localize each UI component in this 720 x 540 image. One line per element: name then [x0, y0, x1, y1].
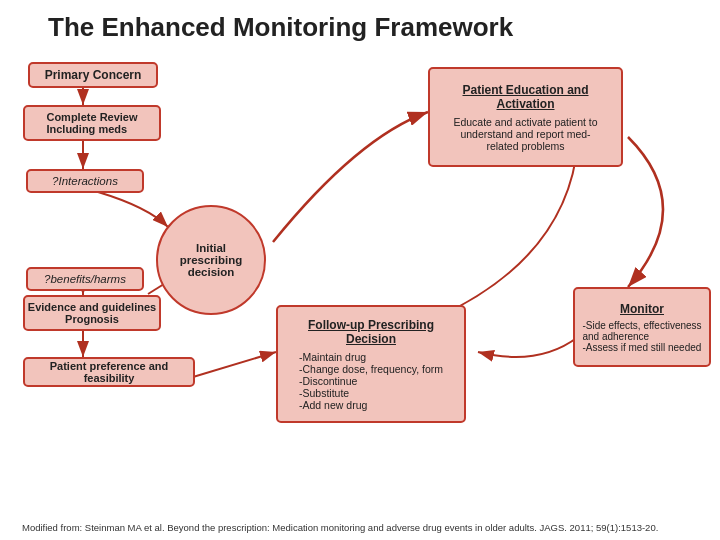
followup-body: -Maintain drug -Change dose, frequency, … [299, 351, 443, 411]
patient-pref-box: Patient preference and feasibility [23, 357, 195, 387]
complete-review-box: Complete Review Including meds [23, 105, 161, 141]
primary-concern-box: Primary Concern [28, 62, 158, 88]
patient-ed-body: Educate and activate patient to understa… [453, 116, 597, 152]
followup-box: Follow-up Prescribing Decision -Maintain… [276, 305, 466, 423]
evidence-box: Evidence and guidelines Prognosis [23, 295, 161, 331]
benefits-harms-box: ?benefits/harms [26, 267, 144, 291]
initial-prescribing-box: Initial prescribing decision [156, 205, 266, 315]
interactions-box: ?Interactions [26, 169, 144, 193]
diagram-frame: Primary Concern Complete Review Includin… [18, 57, 718, 517]
svg-line-7 [193, 352, 276, 377]
patient-ed-box: Patient Education and Activation Educate… [428, 67, 623, 167]
monitor-title: Monitor [620, 302, 664, 316]
page-title: The Enhanced Monitoring Framework [48, 12, 702, 43]
monitor-box: Monitor -Side effects, effectiveness and… [573, 287, 711, 367]
followup-title: Follow-up Prescribing Decision [308, 318, 434, 346]
monitor-body: -Side effects, effectiveness and adheren… [582, 320, 701, 353]
footer-note: Modified from: Steinman MA et al. Beyond… [22, 521, 702, 534]
patient-ed-title: Patient Education and Activation [462, 83, 588, 111]
